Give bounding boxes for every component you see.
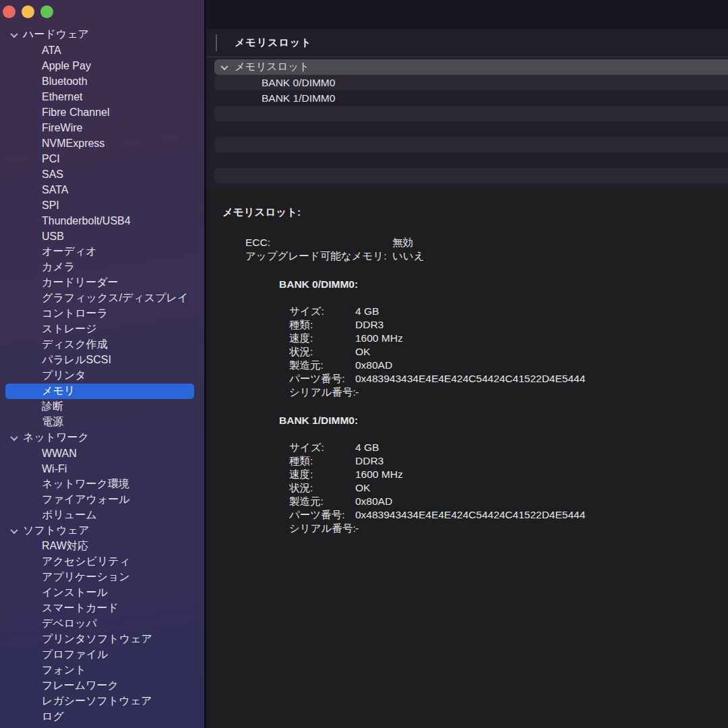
empty-row [214,121,728,137]
detail-row: アップグレード可能なメモリ:いいえ [245,249,715,263]
sidebar-item[interactable]: プリンタソフトウェア [5,632,194,647]
slot-group-row[interactable]: メモリスロット [214,59,728,75]
sidebar-item[interactable]: SAS [5,166,194,182]
table-column-header[interactable]: メモリスロット [206,29,728,57]
sidebar-item[interactable]: フォント [5,663,194,678]
disclosure-triangle[interactable] [5,528,23,534]
slot-row[interactable]: BANK 1/DIMM0 [214,90,728,106]
detail-value: いいえ [392,249,715,263]
detail-label: 種類: [289,454,355,468]
empty-row [214,152,728,168]
chevron-down-icon [10,433,18,440]
detail-label: パーツ番号: [289,372,355,386]
column-title: メモリスロット [235,36,311,49]
sidebar-item[interactable]: パラレルSCSI [5,353,194,368]
detail-value: 4 GB [355,305,715,318]
chevron-down-icon [10,30,18,37]
disclosure-triangle[interactable] [214,65,235,70]
sidebar-item[interactable]: オーディオ [5,244,194,260]
sidebar-item[interactable]: 電源 [5,415,194,430]
detail-value: 無効 [392,236,715,249]
detail-value: 0x483943434E4E4E424C54424C41522D4E5444 [355,372,715,386]
detail-value: DDR3 [355,318,715,332]
detail-value: - [355,522,715,535]
sidebar-item[interactable]: スマートカード [5,601,194,616]
sidebar-item[interactable]: ディスク作成 [5,337,194,353]
empty-row [214,137,728,152]
detail-label: 速度: [289,468,355,481]
slot-group-label: メモリスロット [235,60,309,74]
detail-row: 製造元:0x80AD [289,359,715,372]
slot-table: メモリスロット BANK 0/DIMM0 BANK 1/DIMM0 [206,57,728,189]
slot-row[interactable]: BANK 0/DIMM0 [214,75,728,90]
detail-value: 1600 MHz [355,468,715,481]
sidebar-item[interactable]: Ethernet [5,89,194,104]
disclosure-triangle[interactable] [5,435,23,441]
detail-value: 0x80AD [355,495,715,508]
sidebar-item[interactable]: アプリケーション [5,570,194,585]
sidebar-item[interactable]: USB [5,229,194,244]
detail-value: DDR3 [355,454,715,468]
sidebar-item[interactable]: SATA [5,182,194,198]
detail-label: サイズ: [289,441,355,454]
sidebar-item[interactable]: アクセシビリティ [5,554,194,570]
detail-value: 0x483943434E4E4E424C54424C41522D4E5444 [355,508,715,522]
sidebar-item[interactable]: インストール [5,585,194,601]
sidebar-item[interactable]: レガシーソフトウェア [5,694,194,709]
detail-label: 種類: [289,318,355,332]
sidebar-item[interactable]: プロファイル [5,647,194,663]
sidebar-item[interactable]: ストレージ [5,322,194,337]
sidebar-item[interactable]: ボリューム [5,508,194,523]
empty-row [214,168,728,183]
sidebar-tree: ハードウェアATAApple PayBluetoothEthernetFibre… [0,27,204,725]
detail-row: ECC:無効 [245,236,715,249]
sidebar-item[interactable]: WWAN [5,446,194,461]
sidebar-item[interactable]: SPI [5,198,194,213]
sidebar-item[interactable]: Fibre Channel [5,104,194,120]
sidebar-item[interactable]: Thunderbolt/USB4 [5,213,194,229]
sidebar-section[interactable]: ハードウェア [5,27,194,42]
disclosure-triangle[interactable] [5,32,23,38]
sidebar-item[interactable]: カメラ [5,260,194,275]
bank-blocks: BANK 0/DIMM0:サイズ:4 GB種類:DDR3速度:1600 MHz状… [222,278,715,535]
detail-row: パーツ番号:0x483943434E4E4E424C54424C41522D4E… [289,372,715,386]
chevron-down-icon [10,526,18,533]
sidebar-item[interactable]: メモリ [5,384,194,399]
detail-row: パーツ番号:0x483943434E4E4E424C54424C41522D4E… [289,508,715,522]
sidebar-section-label: ソフトウェア [23,524,89,538]
sidebar-item[interactable]: カードリーダー [5,275,194,291]
minimize-button[interactable] [22,5,34,18]
sidebar-item[interactable]: PCI [5,151,194,166]
sidebar-item[interactable]: フレームワーク [5,678,194,694]
detail-label: サイズ: [289,305,355,318]
sidebar-section[interactable]: ソフトウェア [5,523,194,539]
bank-heading: BANK 0/DIMM0: [279,278,715,291]
close-button[interactable] [3,5,16,18]
sidebar-item[interactable]: ファイアウォール [5,492,194,508]
sidebar-section[interactable]: ネットワーク [5,430,194,446]
sidebar-item[interactable]: Apple Pay [5,58,194,73]
sidebar-item[interactable]: ネットワーク環境 [5,477,194,492]
zoom-button[interactable] [40,5,53,18]
sidebar-item[interactable]: NVMExpress [5,135,194,151]
sidebar-item[interactable]: グラフィックス/ディスプレイ [5,291,194,306]
sidebar-item[interactable]: ログ [5,709,194,725]
detail-label: シリアル番号: [289,522,355,535]
sidebar-item[interactable]: コントローラ [5,306,194,322]
sidebar-item[interactable]: 診断 [5,399,194,415]
sidebar-item[interactable]: ATA [5,42,194,58]
detail-row: 種類:DDR3 [289,318,715,332]
sidebar-item[interactable]: Wi-Fi [5,461,194,477]
empty-row [214,106,728,121]
sidebar-item[interactable]: プリンタ [5,368,194,384]
window-toolbar [206,0,728,29]
bank-rows: サイズ:4 GB種類:DDR3速度:1600 MHz状況:OK製造元:0x80A… [289,441,715,535]
sidebar-item[interactable]: Bluetooth [5,73,194,89]
sidebar-item[interactable]: RAW対応 [5,539,194,554]
sidebar-item[interactable]: FireWire [5,120,194,135]
detail-label: パーツ番号: [289,508,355,522]
detail-value: 1600 MHz [355,332,715,345]
detail-row: サイズ:4 GB [289,441,715,454]
sidebar-item[interactable]: デベロッパ [5,616,194,632]
detail-row: シリアル番号:- [289,386,715,399]
